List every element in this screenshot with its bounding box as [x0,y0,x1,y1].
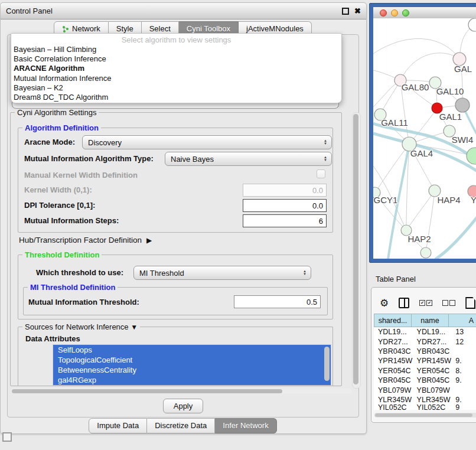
list-item[interactable]: gal4RGexp [53,375,331,385]
manual-kernel-width-checkbox [317,169,325,178]
table-horizontal-scrollbar[interactable] [374,413,476,418]
column-header[interactable]: shared... [374,314,411,327]
tab-discretize-data[interactable]: Discretize Data [147,418,215,433]
settings-horizontal-scrollbar[interactable] [11,389,352,394]
settings-vertical-scrollbar[interactable] [352,112,361,389]
dropdown-item-selected[interactable]: ARACNE Algorithm [11,64,341,73]
table-row[interactable]: YPR145WYPR145W9. [374,356,476,366]
close-icon[interactable]: ✖ [354,8,361,14]
apply-button[interactable]: Apply [163,399,203,413]
sources-toggle[interactable]: Sources for Network Inference ▼ [22,322,140,331]
network-node[interactable] [420,247,431,258]
new-table-icon[interactable] [465,297,475,309]
mi-threshold-definition-group: MI Threshold Definition Mutual Informati… [23,287,328,315]
cyni-bottom-tabs: Impute Data Discretize Data Infer Networ… [0,418,366,433]
manual-kernel-width-label: Manual Kernel Width Definition [24,171,138,180]
sources-group: Sources for Network Inference ▼ Data Att… [18,327,333,386]
selected-value: Discovery [88,138,122,147]
kernel-width-label: Kernel Width (0,1): [24,185,92,194]
table-row[interactable]: YBR043CYBR043C [374,347,476,356]
data-attributes-list: SelfLoops TopologicalCoefficient Between… [53,344,331,386]
group-title: Algorithm Definition [22,123,101,132]
tab-impute-data[interactable]: Impute Data [89,418,147,433]
table-header: shared... name A [374,314,476,327]
table-toolbar: ⚙ ✔ ✔ [380,297,475,309]
checked-box-icon: ✔ [419,300,425,306]
table-row[interactable]: YER054CYER054C8. [374,366,476,376]
network-graph: GAL GAL80 GAL10 GAL1 GAL11 SWI4 GAL4 GCY… [373,18,476,259]
mi-steps-input[interactable]: 6 [243,214,327,227]
mi-algorithm-type-label: Mutual Information Algorithm Type: [24,154,154,163]
collapse-arrow-icon: ▼ [131,323,138,331]
unchecked-box-icon [449,300,455,306]
table-row[interactable]: YBR045CYBR045C9. [374,376,476,385]
table-row[interactable]: YBL079WYBL079W [374,385,476,394]
list-item[interactable]: BetweennessCentrality [53,365,331,375]
node-label: GAL1 [439,112,462,122]
group-title: MI Threshold Definition [28,283,118,292]
columns-icon[interactable] [399,298,409,308]
table-row[interactable]: YIL052CYIL052C9 [374,405,476,410]
table-panel-title: Table Panel [376,275,416,283]
dropdown-item[interactable]: Bayesian – K2 [11,83,341,93]
column-header[interactable]: A [448,314,476,327]
hub-definition-toggle[interactable]: Hub/Transcription Factor Definition ▶ [19,236,152,244]
spinner-arrows-icon: ▲▼ [324,156,327,162]
group-title: Cyni Algorithm Settings [15,108,99,117]
hide-columns-icon[interactable] [442,300,455,306]
gear-icon[interactable]: ⚙ [380,298,389,308]
checked-box-icon: ✔ [426,300,432,306]
selected-value: MI Threshold [139,269,184,278]
tab-label: Network [72,24,100,33]
node-label: Y [471,195,476,205]
node-label: HAP2 [407,234,431,244]
dock-grip-icon[interactable] [2,432,12,442]
aracne-mode-select[interactable]: Discovery ▲▼ [82,135,332,149]
which-threshold-select[interactable]: MI Threshold ▲▼ [133,266,311,280]
cyni-algorithm-settings-group: Cyni Algorithm Settings Algorithm Defini… [10,112,342,386]
float-window-icon[interactable] [342,8,349,15]
tab-label: jActiveMNodules [246,24,304,33]
threshold-definition-group: Threshold Definition Which threshold to … [18,255,333,319]
table-row[interactable]: YDR27...YDR27...12 [374,337,476,346]
data-attributes-label: Data Attributes [25,334,80,343]
dropdown-item[interactable]: Basic Correlation Inference [11,54,341,64]
dropdown-item[interactable]: Bayesian – Hill Climbing [11,45,341,54]
tab-label: Infer Network [223,421,268,430]
network-node[interactable] [467,148,476,164]
selected-value: Naive Bayes [171,155,214,164]
dropdown-item[interactable]: Dream8 DC_TDC Algorithm [11,93,341,102]
dropdown-item[interactable]: Mutual Information Inference [11,74,341,83]
column-header[interactable]: name [411,314,448,327]
kernel-width-input: 0.0 [243,184,327,197]
list-item[interactable]: TopologicalCoefficient [53,355,331,365]
mi-threshold-input[interactable]: 0.5 [234,295,321,308]
network-node[interactable] [455,98,470,112]
network-window-titlebar[interactable] [373,7,476,19]
table-row[interactable]: YDL19...YDL19...13 [374,327,476,337]
network-view-window: GAL GAL80 GAL10 GAL1 GAL11 SWI4 GAL4 GCY… [369,3,476,263]
scrollbar-thumb[interactable] [12,389,282,393]
scrollbar-thumb[interactable] [353,114,358,384]
close-traffic-light[interactable] [380,9,387,17]
node-label: GAL [454,64,472,74]
spinner-arrows-icon: ▲▼ [324,139,327,145]
scrollbar-thumb[interactable] [375,413,472,417]
minimize-traffic-light[interactable] [391,9,398,17]
group-title: Threshold Definition [22,250,102,259]
control-panel-titlebar: Control Panel ✖ [1,3,366,19]
node-label: SWI4 [452,135,474,145]
network-canvas[interactable]: GAL GAL80 GAL10 GAL1 GAL11 SWI4 GAL4 GCY… [373,18,476,259]
list-scrollbar-thumb[interactable] [324,347,330,381]
tab-infer-network[interactable]: Infer Network [215,418,276,433]
mi-algorithm-type-select[interactable]: Naive Bayes ▲▼ [165,152,332,166]
dpi-tolerance-input[interactable]: 0.0 [243,199,327,212]
algorithm-definition-group: Algorithm Definition Aracne Mode: Discov… [18,128,333,233]
tab-label: Select [149,24,171,33]
aracne-mode-label: Aracne Mode: [24,138,75,146]
unchecked-box-icon [442,300,448,306]
zoom-traffic-light[interactable] [402,9,409,17]
list-item[interactable]: SelfLoops [53,345,331,355]
show-columns-icon[interactable]: ✔ ✔ [419,300,432,306]
tab-label: Discretize Data [155,421,207,430]
